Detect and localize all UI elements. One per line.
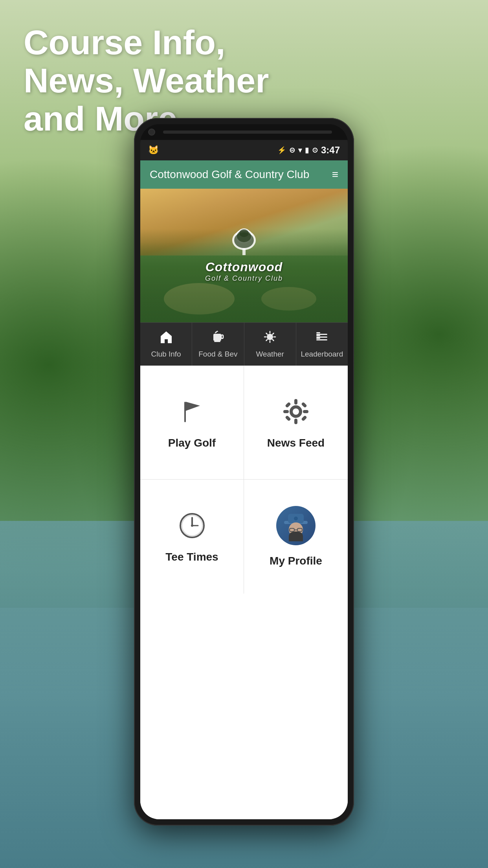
home-icon	[159, 330, 173, 348]
svg-point-43	[294, 517, 298, 520]
svg-rect-19	[316, 334, 327, 335]
nav-tab-weather[interactable]: Weather	[244, 323, 296, 366]
app-header: Cottonwood Golf & Country Club ≡	[140, 160, 348, 189]
club-logo-tree-icon	[224, 228, 264, 260]
svg-rect-34	[301, 415, 307, 421]
phone-top-bar	[140, 124, 348, 140]
svg-rect-23	[316, 335, 320, 336]
svg-line-17	[273, 333, 274, 335]
svg-rect-32	[285, 402, 291, 408]
status-bar: 🐱 ⚡ ⊝ ▾ ▮ ⊙ 3:47	[140, 140, 348, 160]
phone-device: 🐱 ⚡ ⊝ ▾ ▮ ⊙ 3:47 Cottonwood Golf & Count…	[134, 118, 354, 826]
club-logo-name: Cottonwood	[205, 260, 283, 274]
app-title: Cottonwood Golf & Country Club	[150, 168, 309, 181]
weather-icon	[263, 330, 277, 348]
svg-point-5	[239, 229, 249, 237]
signal-blocked-icon: ⊝	[289, 146, 295, 154]
svg-rect-30	[283, 410, 289, 413]
svg-rect-25	[184, 402, 186, 422]
news-feed-button[interactable]: News Feed	[244, 366, 348, 480]
food-bev-label: Food & Bev	[198, 350, 237, 359]
status-right-icons: ⚡ ⊝ ▾ ▮ ⊙ 3:47	[277, 145, 340, 156]
svg-rect-24	[316, 338, 320, 339]
club-info-label: Club Info	[151, 350, 181, 359]
news-icon	[280, 396, 312, 427]
svg-rect-35	[285, 415, 291, 421]
nav-tab-food-bev[interactable]: Food & Bev	[192, 323, 244, 366]
svg-rect-9	[214, 341, 220, 342]
weather-label: Weather	[256, 350, 284, 359]
bottom-nav: Club Info Food & Bev	[140, 322, 348, 366]
svg-point-40	[191, 524, 193, 527]
play-golf-label: Play Golf	[168, 437, 216, 449]
clock-icon	[176, 510, 208, 541]
nav-tab-leaderboard[interactable]: Leaderboard	[296, 323, 348, 366]
earpiece-speaker	[163, 131, 332, 134]
status-left-icons: 🐱	[148, 145, 159, 155]
club-logo-subtitle: Golf & Country Club	[205, 274, 283, 283]
flag-icon	[176, 396, 208, 427]
tee-times-button[interactable]: Tee Times	[140, 480, 244, 594]
app-grid: Play Golf	[140, 366, 348, 594]
svg-point-27	[293, 408, 299, 415]
signal-bars-icon: ▮	[305, 146, 309, 154]
svg-rect-21	[316, 339, 327, 340]
main-content: Play Golf	[140, 366, 348, 819]
battery-icon: ⊙	[312, 146, 318, 154]
menu-button[interactable]: ≡	[332, 168, 338, 181]
svg-rect-8	[221, 335, 223, 338]
front-camera	[148, 129, 155, 136]
bluetooth-icon: ⚡	[277, 146, 286, 154]
svg-line-16	[273, 340, 274, 341]
svg-line-18	[266, 340, 268, 341]
tee-times-label: Tee Times	[165, 551, 218, 563]
phone-screen: 🐱 ⚡ ⊝ ▾ ▮ ⊙ 3:47 Cottonwood Golf & Count…	[140, 124, 348, 819]
news-feed-label: News Feed	[267, 437, 325, 449]
svg-rect-31	[303, 410, 308, 413]
app-icon: 🐱	[148, 145, 159, 155]
leaderboard-label: Leaderboard	[301, 350, 343, 359]
play-golf-button[interactable]: Play Golf	[140, 366, 244, 480]
app-screen: Cottonwood Golf & Country Club ≡	[140, 160, 348, 819]
my-profile-button[interactable]: My Profile	[244, 480, 348, 594]
leaderboard-icon	[315, 330, 329, 348]
profile-avatar	[276, 506, 316, 545]
clock-status: 3:47	[321, 145, 340, 156]
svg-line-15	[266, 333, 268, 335]
hero-banner: Cottonwood Golf & Country Club	[140, 189, 348, 322]
club-logo-overlay: Cottonwood Golf & Country Club	[205, 228, 283, 283]
svg-rect-22	[316, 332, 320, 333]
svg-rect-29	[294, 419, 297, 424]
svg-point-10	[267, 334, 273, 340]
svg-rect-20	[316, 337, 327, 338]
svg-rect-28	[294, 399, 297, 405]
wifi-icon: ▾	[298, 146, 302, 154]
svg-rect-6	[242, 248, 246, 255]
nav-tab-club-info[interactable]: Club Info	[140, 323, 192, 366]
coffee-icon	[211, 330, 225, 348]
my-profile-label: My Profile	[270, 555, 322, 567]
svg-rect-7	[213, 334, 221, 341]
svg-rect-33	[301, 402, 307, 408]
